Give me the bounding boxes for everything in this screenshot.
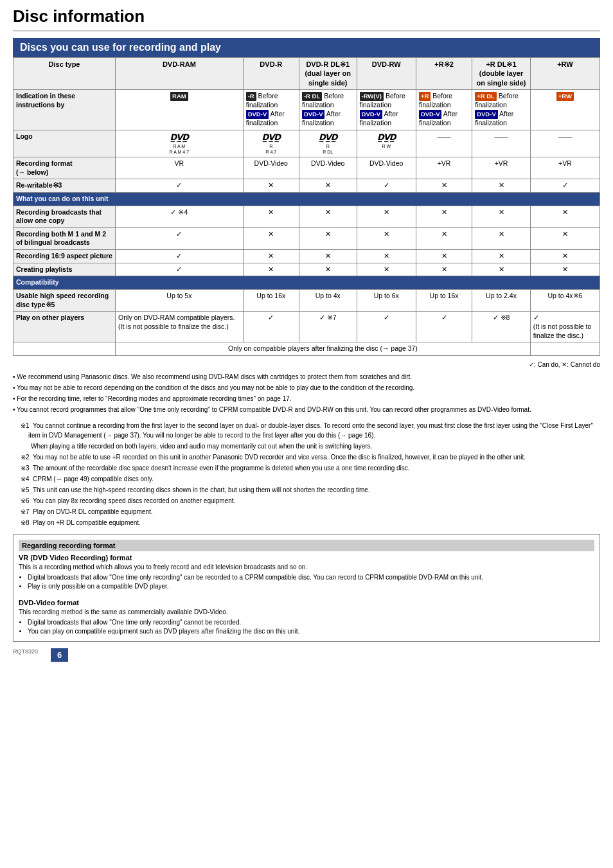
row-indication-dvdr-dl: -R DL Before finalization DVD-V After fi… [299, 89, 357, 130]
row-recbilingual-plusr: ✕ [416, 227, 472, 249]
col-plus-r: +R※2 [416, 58, 472, 90]
vr-bullet-1: Digital broadcasts that allow "One time … [28, 573, 594, 582]
row-recformat-dvdrw: DVD-Video [357, 157, 416, 179]
row-recbilingual-dvdrw: ✕ [357, 227, 416, 249]
footnote-1: ※1 You cannot continue a recording from … [21, 421, 600, 440]
row-playlists-label: Creating playlists [13, 263, 116, 276]
row-rewritable-ram: ✓ [116, 179, 244, 193]
footnote-5: ※5 This unit can use the high-speed reco… [21, 485, 600, 495]
row-highspeed-dvdr: Up to 16x [243, 289, 299, 311]
dvd-logo-ram: D̲V̲D̲ [170, 132, 189, 142]
row-rewritable-plusrw: ✓ [530, 179, 600, 193]
row-playother-dvdr-dl: ✓ ※7 [299, 312, 357, 342]
row-rec169-plusr: ✕ [416, 250, 472, 263]
row-recbroadcast-ram: ✓ ※4 [116, 206, 244, 227]
row-highspeed-ram: Up to 5x [116, 289, 244, 311]
row-recbilingual-plusrw: ✕ [530, 227, 600, 249]
row-playother-ram: Only on DVD-RAM compatible players. (It … [116, 312, 244, 342]
col-disc-type: Disc type [13, 58, 116, 90]
dvd-logo-rdl-sub: RR DL [302, 143, 354, 155]
row-playlists-dvdrw: ✕ [357, 263, 416, 276]
row-indication-plusr: +R Before finalization DVD-V After final… [416, 89, 472, 130]
row-logo-dvdrw: D̲V̲D̲ R W [357, 130, 416, 157]
row-highspeed-label: Usable high speed recording disc type※5 [13, 289, 116, 311]
page-number: 6 [51, 648, 68, 662]
row-highspeed-plusrdl: Up to 2.4x [472, 289, 531, 311]
row-playlists-dvdr-dl: ✕ [299, 263, 357, 276]
dvd-logo-rdl: D̲V̲D̲ [319, 132, 337, 142]
dvd-logo-ram-sub: R A MR A M 4.7 [118, 143, 240, 155]
row-playother-plusrdl: ✓ ※8 [472, 312, 531, 342]
footnote-6: ※6 You can play 8x recording speed discs… [21, 496, 600, 506]
badge-dvdv-plusrdl-after: DVD-V [475, 110, 498, 119]
row-rec169-dvdrw: ✕ [357, 250, 416, 263]
row-recformat-ram: VR [116, 157, 244, 179]
row-rec169-plusrw: ✕ [530, 250, 600, 263]
row-playother-dvdr: ✓ [243, 312, 299, 342]
note-2: • For the recording time, refer to "Reco… [13, 394, 600, 403]
row-rewritable-dvdr-dl: ✕ [299, 179, 357, 193]
ref-section: Regarding recording format VR (DVD Video… [13, 534, 600, 642]
row-highspeed-plusrw: Up to 4x※6 [530, 289, 600, 311]
badge-dvdv-r-after: DVD-V [246, 110, 269, 119]
row-logo-dvdr: D̲V̲D̲ RR 4.7 [243, 130, 299, 157]
row-indication-plusrdl: +R DL Before finalization DVD-V After fi… [472, 89, 531, 130]
row-logo-plusrw: —— [530, 130, 600, 157]
col-dvd-ram: DVD-RAM [116, 58, 244, 90]
vr-format-bullets: Digital broadcasts that allow "One time … [28, 573, 594, 591]
badge-ram: RAM [170, 92, 188, 101]
note-0: • We recommend using Panasonic discs. We… [13, 372, 600, 382]
row-recformat-dvdr-dl: DVD-Video [299, 157, 357, 179]
dvd-logo-r: D̲V̲D̲ [262, 132, 280, 142]
row-rewritable-label: Re-writable※3 [13, 179, 116, 193]
row-playother-label: Play on other players [13, 312, 116, 342]
footnote-1b: When playing a title recorded on both la… [31, 441, 600, 451]
footnotes-section: ※1 You cannot continue a recording from … [13, 421, 600, 527]
disc-info-table: Disc type DVD-RAM DVD-R DVD-R DL※1(dual … [13, 57, 600, 356]
vr-format-title: VR (DVD Video Recording) format [19, 554, 594, 562]
row-playother-dvdrw: ✓ [357, 312, 416, 342]
col-plus-r-dl: +R DL※1(double layeron single side) [472, 58, 531, 90]
vr-bullet-2: Play is only possible on a compatible DV… [28, 582, 594, 591]
row-logo-plusrdl: —— [472, 130, 531, 157]
row-recformat-plusrw: +VR [530, 157, 600, 179]
row-compat-plusrw-empty [530, 342, 600, 356]
row-playlists-dvdr: ✕ [243, 263, 299, 276]
row-rec169-ram: ✓ [116, 250, 244, 263]
footnote-7: ※7 Play on DVD-R DL compatible equipment… [21, 507, 600, 517]
section-whatyoucando: What you can do on this unit [13, 192, 600, 206]
badge-dvdv-rw-after: DVD-V [360, 110, 383, 119]
col-plus-rw: +RW [530, 58, 600, 90]
footnote-8: ※8 Play on +R DL compatible equipment. [21, 518, 600, 527]
col-dvd-rw: DVD-RW [357, 58, 416, 90]
row-highspeed-dvdrw: Up to 6x [357, 289, 416, 311]
footnote-3: ※3 The amount of the recordable disc spa… [21, 463, 600, 473]
row-rec169-dvdr: ✕ [243, 250, 299, 263]
row-recbilingual-plusrdl: ✕ [472, 227, 531, 249]
row-playlists-ram: ✓ [116, 263, 244, 276]
row-indication-dvdr: -R Before finalization DVD-V After final… [243, 89, 299, 130]
row-recbroadcast-plusrdl: ✕ [472, 206, 531, 227]
badge-r-before: -R [246, 92, 256, 101]
col-dvd-r-dl: DVD-R DL※1(dual layer onsingle side) [299, 58, 357, 90]
page-footer: RQT8320 6 [13, 648, 600, 662]
section-title: Discs you can use for recording and play [13, 38, 600, 57]
footnote-4: ※4 CPRM (→ page 49) compatible discs onl… [21, 474, 600, 484]
row-recbroadcast-plusrw: ✕ [530, 206, 600, 227]
row-recbroadcast-dvdr-dl: ✕ [299, 206, 357, 227]
legend-text: ✓: Can do, ✕: Cannot do [13, 361, 600, 368]
row-rec169-label: Recording 16:9 aspect picture [13, 250, 116, 263]
badge-plusr-before: +R [419, 92, 431, 101]
vr-format-desc: This is a recording method which allows … [19, 563, 594, 572]
row-recbroadcast-dvdr: ✕ [243, 206, 299, 227]
row-recbilingual-dvdr: ✕ [243, 227, 299, 249]
badge-plusrdl-before: +R DL [475, 92, 497, 101]
row-logo-label: Logo [13, 130, 116, 157]
row-playlists-plusr: ✕ [416, 263, 472, 276]
row-highspeed-plusr: Up to 16x [416, 289, 472, 311]
row-playother-plusr: ✓ [416, 312, 472, 342]
row-recformat-plusrdl: +VR [472, 157, 531, 179]
row-playlists-plusrdl: ✕ [472, 263, 531, 276]
page-title: Disc information [13, 6, 600, 31]
note-1: • You may not be able to record dependin… [13, 383, 600, 393]
